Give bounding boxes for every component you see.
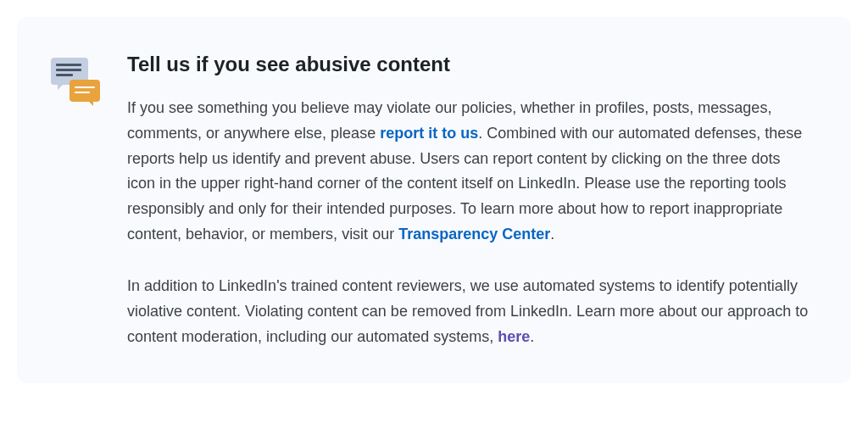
info-card: Tell us if you see abusive content If yo… bbox=[17, 17, 851, 383]
para2-text-before-link: In addition to LinkedIn's trained conten… bbox=[127, 277, 808, 344]
para2-text-after-link: . bbox=[530, 328, 534, 345]
paragraph-1: If you see something you believe may vio… bbox=[127, 96, 809, 247]
report-link[interactable]: report it to us bbox=[380, 125, 478, 142]
para1-text-after-link2: . bbox=[550, 226, 554, 243]
paragraph-2: In addition to LinkedIn's trained conten… bbox=[127, 274, 809, 349]
card-content: Tell us if you see abusive content If yo… bbox=[127, 51, 809, 349]
transparency-center-link[interactable]: Transparency Center bbox=[398, 226, 550, 243]
chat-bubbles-icon bbox=[51, 58, 102, 109]
here-link[interactable]: here bbox=[498, 328, 530, 345]
card-heading: Tell us if you see abusive content bbox=[127, 51, 809, 77]
